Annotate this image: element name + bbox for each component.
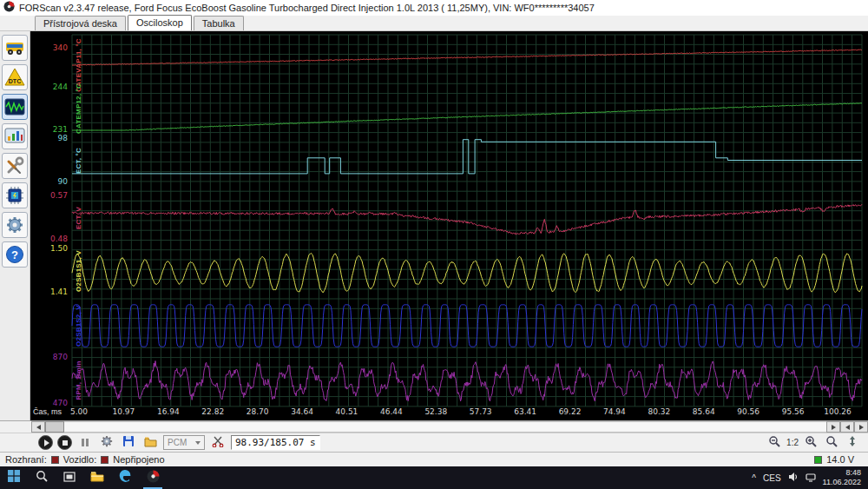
tray-expand-chevron-icon[interactable]: ^ (752, 473, 756, 483)
settings-button[interactable] (2, 212, 28, 238)
open-button[interactable] (141, 435, 159, 451)
zoom-y-button[interactable] (844, 435, 861, 451)
channel-label: O2SB1S2, V (75, 305, 82, 347)
zoom-vertical-icon (847, 435, 858, 451)
help-icon: ? (5, 245, 24, 264)
configuration-chip-icon (4, 186, 25, 205)
connection-status: Nepřipojeno (113, 454, 164, 465)
page-right-button[interactable] (854, 421, 868, 433)
x-tick-label: 16.94 (151, 407, 186, 416)
zoom-controls: 1:2 (766, 435, 861, 451)
pause-button[interactable] (76, 435, 94, 451)
channel-label: ECT, °C (75, 148, 82, 174)
x-tick-label: 95.56 (776, 407, 811, 416)
folder-icon (144, 435, 157, 451)
system-tray: ^ CES 8:48 11.06.2022 (752, 466, 868, 489)
file-explorer-button[interactable] (83, 466, 111, 489)
tab-pristrojova-deska[interactable]: Přístrojová deska (35, 16, 126, 30)
gauges-button[interactable] (2, 123, 28, 149)
channel-min-value: 470 (30, 399, 69, 407)
dtc-icon: DTC (4, 68, 25, 87)
edge-button[interactable] (111, 466, 139, 489)
taskbar-search-button[interactable] (28, 466, 56, 489)
service-button[interactable] (2, 153, 28, 179)
status-bar: Rozhraní: Vozidlo: Nepřipojeno 14.0 V (0, 452, 868, 466)
page-right-arrow-icon (859, 425, 864, 430)
x-tick-label: 52.38 (418, 407, 453, 416)
voltage-indicator (814, 456, 822, 464)
network-icon[interactable] (806, 470, 816, 486)
scrollbar-thumb[interactable] (45, 421, 64, 433)
start-button[interactable] (0, 466, 28, 489)
channel-max-value: 0.57 (30, 191, 69, 200)
x-tick-label: 28.70 (240, 407, 275, 416)
play-button[interactable] (38, 435, 53, 450)
scroll-left-button[interactable] (31, 421, 45, 433)
clear-button[interactable] (209, 435, 227, 451)
x-tick-label: 63.41 (508, 407, 542, 416)
forscan-window: FORScan v2.3.47 release, Ford Focus EcoB… (0, 0, 868, 489)
channel-min-value: 0.48 (30, 235, 69, 243)
forscan-icon (147, 470, 160, 486)
pause-icon (82, 439, 89, 446)
page-left-button[interactable] (840, 421, 854, 433)
x-tick-label: 69.22 (553, 407, 588, 416)
channel-min-value: 90 (30, 177, 69, 186)
x-tick-label: 22.82 (195, 407, 230, 416)
windows-taskbar: ^ CES 8:48 11.06.2022 (0, 466, 868, 489)
zoom-out-icon (768, 435, 780, 451)
interface-label: Rozhraní: (5, 454, 47, 465)
scroll-right-button[interactable] (826, 421, 840, 433)
oscilloscope-canvas (30, 31, 868, 420)
forscan-taskbar-button[interactable] (139, 466, 167, 489)
search-icon (36, 470, 48, 486)
voltage-panel: 14.0 V (814, 454, 863, 465)
tab-osciloskop[interactable]: Osciloskop (128, 15, 192, 30)
vehicle-info-button[interactable] (2, 35, 28, 61)
windows-logo-icon (8, 470, 20, 486)
x-tick-label: 40.51 (329, 407, 364, 416)
taskbar-clock[interactable]: 8:48 11.06.2022 (823, 468, 861, 487)
file-explorer-icon (90, 470, 104, 486)
scrollbar-track[interactable] (64, 421, 826, 433)
forscan-app-icon (3, 0, 15, 16)
channel-max-value: 98 (30, 134, 69, 142)
task-view-button[interactable] (56, 466, 83, 489)
channel-label: CATEMP12, °C (75, 83, 82, 134)
tab-tabulka[interactable]: Tabulka (194, 16, 244, 30)
svg-text:?: ? (11, 248, 18, 261)
configuration-button[interactable] (2, 182, 28, 208)
x-tick-label: 85.64 (687, 407, 721, 416)
time-position-display: 98.93/185.07 s (231, 435, 320, 450)
gauges-icon (4, 127, 25, 146)
left-sidebar: DTC (0, 31, 30, 420)
volume-icon[interactable] (788, 470, 799, 486)
x-tick-label: 100.26 (820, 407, 855, 416)
scope-settings-button[interactable] (98, 435, 115, 451)
zoom-in-button[interactable] (802, 435, 819, 451)
x-tick-label: 74.94 (597, 407, 632, 416)
page-left-arrow-icon (845, 425, 850, 430)
stop-icon (62, 440, 68, 446)
play-icon (44, 439, 49, 446)
oscilloscope-button[interactable] (2, 94, 28, 120)
x-tick-label: 34.64 (285, 407, 319, 416)
language-indicator[interactable]: CES (763, 473, 781, 483)
battery-voltage: 14.0 V (826, 454, 854, 465)
channel-label: ECT, V (75, 206, 82, 228)
stop-button[interactable] (57, 435, 72, 450)
gear-icon (101, 435, 113, 451)
svg-text:DTC: DTC (9, 78, 21, 84)
tab-bar: Přístrojová deska Osciloskop Tabulka (0, 16, 868, 31)
module-dropdown[interactable]: PCM (163, 435, 205, 450)
dtc-button[interactable]: DTC (2, 64, 28, 90)
zoom-horizontal-icon (825, 435, 838, 451)
save-button[interactable] (120, 435, 137, 451)
main-content: DTC (0, 31, 868, 420)
zoom-x-button[interactable] (823, 435, 840, 451)
help-button[interactable]: ? (2, 241, 28, 268)
left-arrow-icon (36, 425, 41, 430)
zoom-out-button[interactable] (766, 435, 783, 451)
channel-max-value: 870 (30, 353, 69, 361)
title-bar: FORScan v2.3.47 release, Ford Focus EcoB… (0, 0, 868, 16)
